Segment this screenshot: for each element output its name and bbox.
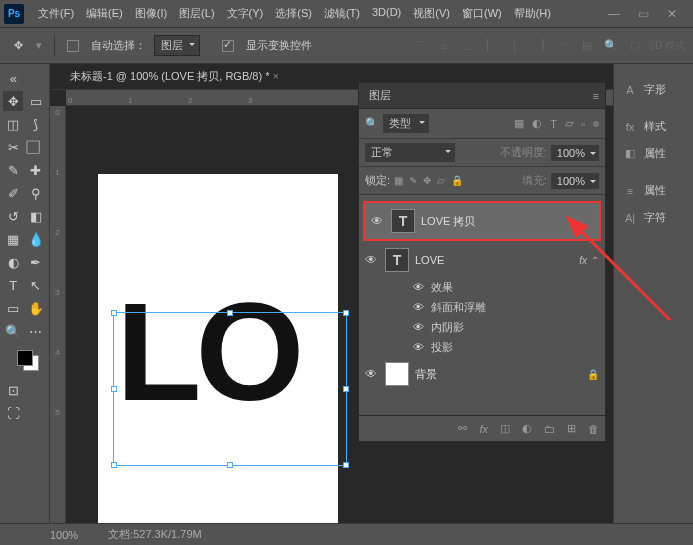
new-group-icon[interactable]: 🗀 <box>544 423 555 435</box>
filter-smart-icon[interactable]: ▫ <box>581 118 585 130</box>
zoom-level[interactable]: 100% <box>50 529 78 541</box>
align-hmid-icon[interactable]: │ <box>505 36 525 56</box>
lock-artboard-icon[interactable]: ▱ <box>437 175 445 186</box>
handle-bottom-right[interactable] <box>343 462 349 468</box>
menu-item[interactable]: 文字(Y) <box>221 2 270 25</box>
effect-bevel[interactable]: 斜面和浮雕 <box>431 300 486 315</box>
heal-tool[interactable]: ✚ <box>26 160 46 180</box>
handle-left[interactable] <box>111 386 117 392</box>
effect-inner-shadow[interactable]: 内阴影 <box>431 320 464 335</box>
layer-background[interactable]: 👁 背景 🔒 <box>359 357 605 391</box>
add-fill-icon[interactable]: ◐ <box>522 422 532 435</box>
panel-menu-icon[interactable]: ≡ <box>593 90 599 102</box>
pen-tool[interactable]: ✒ <box>26 252 46 272</box>
align-bottom-icon[interactable]: ⎽ <box>457 36 477 56</box>
handle-bottom[interactable] <box>227 462 233 468</box>
filter-toggle[interactable] <box>593 121 599 127</box>
dock-styles[interactable]: fx样式 <box>618 113 689 140</box>
lock-move-icon[interactable]: ✥ <box>423 175 431 186</box>
eyedropper-tool[interactable]: ✎ <box>3 160 23 180</box>
dock-adjustments[interactable]: ≡属性 <box>618 177 689 204</box>
visibility-icon[interactable]: 👁 <box>413 341 425 353</box>
blur-tool[interactable]: 💧 <box>26 229 46 249</box>
fill-value[interactable]: 100% <box>551 173 599 189</box>
lasso-tool[interactable]: ⟆ <box>26 114 46 134</box>
handle-top-left[interactable] <box>111 310 117 316</box>
auto-select-target[interactable]: 图层 <box>154 35 200 56</box>
align-right-icon[interactable]: ▕ <box>529 36 549 56</box>
lock-all-icon[interactable]: 🔒 <box>451 175 463 186</box>
filter-shape-icon[interactable]: ▱ <box>565 117 573 130</box>
distribute-icon[interactable]: ▤ <box>577 36 597 56</box>
filter-adjust-icon[interactable]: ◐ <box>532 117 542 130</box>
align-vmid-icon[interactable]: ≡ <box>433 36 453 56</box>
menu-item[interactable]: 3D(D) <box>366 2 407 25</box>
frame-tool[interactable]: ⃞ <box>26 137 46 157</box>
minimize-button[interactable]: ― <box>608 7 620 21</box>
link-layers-icon[interactable]: ⚯ <box>458 422 467 435</box>
quickmask-tool[interactable]: ⊡ <box>3 380 23 400</box>
auto-select-checkbox[interactable] <box>67 40 79 52</box>
add-fx-icon[interactable]: fx <box>479 423 488 435</box>
blend-mode-dropdown[interactable]: 正常 <box>365 143 455 162</box>
menu-item[interactable]: 图像(I) <box>129 2 173 25</box>
zoom-tool[interactable]: 🔍 <box>3 321 23 341</box>
dodge-tool[interactable]: ◐ <box>3 252 23 272</box>
marquee-tool[interactable]: ◫ <box>3 114 23 134</box>
move-tool[interactable]: ✥ <box>3 91 23 111</box>
visibility-icon[interactable]: 👁 <box>365 253 379 267</box>
eraser-tool[interactable]: ◧ <box>26 206 46 226</box>
edit-toolbar[interactable]: ⋯ <box>26 321 46 341</box>
dock-properties[interactable]: ◧属性 <box>618 140 689 167</box>
menu-item[interactable]: 视图(V) <box>407 2 456 25</box>
type-tool[interactable]: T <box>3 275 23 295</box>
close-button[interactable]: ✕ <box>667 7 677 21</box>
collapse-icon[interactable]: « <box>3 68 23 88</box>
effect-drop-shadow[interactable]: 投影 <box>431 340 453 355</box>
show-transform-checkbox[interactable] <box>222 40 234 52</box>
menu-item[interactable]: 帮助(H) <box>508 2 557 25</box>
workspace-icon[interactable]: ▢ <box>625 36 645 56</box>
hand-tool[interactable]: ✋ <box>26 298 46 318</box>
new-layer-icon[interactable]: ⊞ <box>567 422 576 435</box>
filter-pixel-icon[interactable]: ▦ <box>514 117 524 130</box>
opacity-value[interactable]: 100% <box>551 145 599 161</box>
handle-top[interactable] <box>227 310 233 316</box>
visibility-icon[interactable]: 👁 <box>413 301 425 313</box>
visibility-icon[interactable]: 👁 <box>413 321 425 333</box>
handle-top-right[interactable] <box>343 310 349 316</box>
filter-type-dropdown[interactable]: 类型 <box>383 114 429 133</box>
stamp-tool[interactable]: ⚲ <box>26 183 46 203</box>
align-left-icon[interactable]: ▏ <box>481 36 501 56</box>
document-tab[interactable]: 未标题-1 @ 100% (LOVE 拷贝, RGB/8) * × <box>60 65 289 88</box>
layers-tab[interactable]: 图层 <box>369 88 391 103</box>
visibility-icon[interactable]: 👁 <box>371 214 385 228</box>
menu-item[interactable]: 图层(L) <box>173 2 220 25</box>
transform-bounding-box[interactable] <box>113 312 347 466</box>
dock-glyphs[interactable]: A字形 <box>618 76 689 103</box>
handle-bottom-left[interactable] <box>111 462 117 468</box>
layer-love-copy[interactable]: 👁 T LOVE 拷贝 <box>365 203 599 239</box>
shape-tool[interactable]: ▭ <box>3 298 23 318</box>
close-tab-icon[interactable]: × <box>273 70 279 82</box>
visibility-icon[interactable]: 👁 <box>365 367 379 381</box>
filter-search-icon[interactable]: 🔍 <box>365 117 379 130</box>
lock-position-icon[interactable]: ✎ <box>409 175 417 186</box>
handle-right[interactable] <box>343 386 349 392</box>
chevron-down-icon[interactable]: ⌃ <box>591 255 599 266</box>
maximize-button[interactable]: ▭ <box>638 7 649 21</box>
menu-item[interactable]: 选择(S) <box>269 2 318 25</box>
foreground-color[interactable] <box>17 350 33 366</box>
lock-pixels-icon[interactable]: ▦ <box>394 175 403 186</box>
gradient-tool[interactable]: ▦ <box>3 229 23 249</box>
align-top-icon[interactable]: ⎺ <box>409 36 429 56</box>
visibility-icon[interactable]: 👁 <box>413 281 425 293</box>
menu-item[interactable]: 窗口(W) <box>456 2 508 25</box>
layer-love[interactable]: 👁 T LOVE fx ⌃ <box>359 243 605 277</box>
artboard-tool[interactable]: ▭ <box>26 91 46 111</box>
brush-tool[interactable]: ✐ <box>3 183 23 203</box>
more-icon[interactable]: ⋯ <box>553 36 573 56</box>
menu-item[interactable]: 滤镜(T) <box>318 2 366 25</box>
dock-character[interactable]: A|字符 <box>618 204 689 231</box>
add-mask-icon[interactable]: ◫ <box>500 422 510 435</box>
